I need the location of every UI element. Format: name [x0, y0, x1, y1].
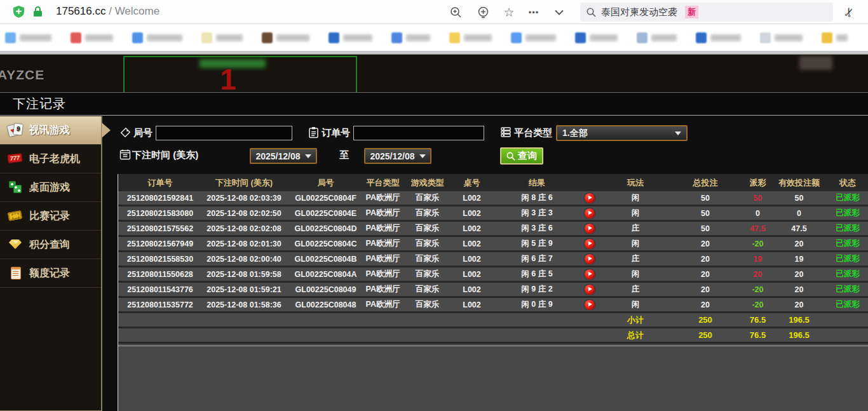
cell-valid: 20 [772, 239, 826, 248]
bet-time-filter-label: 下注时间 (美东) [132, 149, 198, 161]
result-text: 闲 6 庄 7 [489, 253, 585, 264]
more-options-icon[interactable]: ••• [526, 4, 541, 20]
result-text: 闲 3 庄 6 [489, 223, 585, 234]
play-video-button[interactable] [585, 300, 595, 310]
bookmark-item[interactable] [391, 32, 430, 43]
bookmark-item[interactable] [760, 32, 803, 43]
cell-time: 2025-12-08 02:00:40 [202, 255, 286, 264]
bookmark-blurred-label [343, 34, 372, 41]
scissors-icon[interactable]: ✂ [839, 3, 859, 22]
result-text: 闲 8 庄 6 [489, 192, 585, 203]
cell-total: 20 [667, 270, 743, 279]
play-video-button[interactable] [585, 269, 595, 280]
sidebar-item-icon [8, 266, 24, 281]
sidebar-item-label: 桌面游戏 [29, 181, 70, 194]
bookmark-item[interactable] [637, 32, 677, 43]
bookmark-item[interactable] [511, 32, 556, 43]
cell-play: 闲 [604, 208, 667, 219]
sidebar-item[interactable]: 积分查询 [0, 231, 101, 259]
summary-row: 小计 250 76.5 196.5 [118, 313, 868, 328]
dropdown-caret-icon [419, 154, 426, 158]
cell-total: 20 [667, 285, 743, 294]
play-video-button[interactable] [585, 239, 595, 249]
play-video-button[interactable] [585, 208, 595, 219]
sidebar-item[interactable]: 电子老虎机 [0, 145, 101, 173]
bookmark-star-icon[interactable]: ☆ [501, 4, 517, 20]
bookmark-favicon [696, 32, 707, 43]
cell-game: 百家乐 [400, 192, 454, 203]
col-header-table: 桌号 [454, 177, 489, 189]
sidebar-item[interactable]: 比赛记录 [0, 202, 101, 231]
play-video-button[interactable] [585, 224, 595, 234]
cell-valid: 0 [772, 209, 826, 218]
sidebar-item-label: 电子老虎机 [29, 152, 80, 166]
cell-order: 251208011543776 [118, 285, 202, 294]
summary-payout: 76.5 [743, 330, 772, 340]
cell-game: 百家乐 [400, 299, 454, 310]
bookmark-item[interactable] [822, 32, 848, 43]
lock-icon[interactable] [33, 6, 43, 17]
address-bar[interactable]: 175616.cc / Welcome [56, 5, 159, 18]
bookmark-item[interactable] [449, 32, 492, 43]
bookmark-blurred-label [406, 34, 430, 41]
cell-order: 251208021567949 [118, 239, 202, 248]
cell-platform: PA欧洲厅 [365, 299, 400, 310]
bookmark-item[interactable] [132, 32, 182, 43]
cell-play: 庄 [604, 253, 667, 264]
col-header-order: 订单号 [118, 177, 202, 189]
send-to-device-icon[interactable] [475, 4, 491, 20]
bookmark-blurred-label [147, 34, 182, 41]
play-video-button[interactable] [585, 254, 595, 264]
search-input[interactable]: 泰国对柬发动空袭 新 [580, 3, 833, 22]
bookmarks-bar [0, 25, 868, 51]
col-header-play: 玩法 [604, 177, 667, 189]
cell-game: 百家乐 [400, 284, 454, 295]
col-header-payout: 派彩 [743, 177, 772, 189]
cell-platform: PA欧洲厅 [365, 253, 400, 264]
bookmark-item[interactable] [329, 32, 372, 43]
platform-select[interactable]: 1.全部 [556, 125, 688, 141]
table-body: 251208021592841 2025-12-08 02:03:39 GL00… [118, 191, 868, 313]
cell-valid: 20 [772, 285, 826, 294]
sidebar-item[interactable]: 额度记录 [0, 259, 101, 288]
url-page: Welcome [115, 5, 160, 17]
browser-toolbar: 175616.cc / Welcome ☆ ••• 泰国对柬发动空袭 新 ✂ [0, 0, 868, 24]
bookmark-item[interactable] [262, 32, 309, 43]
play-video-button[interactable] [585, 193, 595, 203]
bookmark-item[interactable] [71, 32, 113, 43]
table-row: 251208011535772 2025-12-08 01:58:36 GL00… [118, 298, 868, 313]
date-from-select[interactable]: 2025/12/08 [250, 148, 317, 164]
date-to-select[interactable]: 2025/12/08 [364, 148, 431, 164]
col-header-result: 结果 [489, 177, 604, 189]
cell-platform: PA欧洲厅 [365, 223, 400, 234]
sidebar-item[interactable]: 视讯游戏 [0, 116, 101, 145]
table-big-number: 1 [220, 62, 236, 97]
round-filter-input[interactable] [156, 126, 292, 140]
col-header-round: 局号 [286, 177, 365, 189]
cell-platform: PA欧洲厅 [365, 238, 400, 249]
bookmark-blurred-label [216, 34, 243, 41]
cell-order: 251208011550628 [118, 270, 202, 279]
order-filter-input[interactable] [353, 126, 484, 140]
cell-game: 百家乐 [400, 223, 454, 234]
bookmark-item[interactable] [575, 32, 618, 43]
table-header-row: 订单号 下注时间 (美东) 局号 平台类型 游戏类型 桌号 结果 玩法 总投注 … [118, 174, 868, 191]
zoom-in-icon[interactable] [448, 4, 463, 20]
bookmark-item[interactable] [696, 32, 741, 43]
cell-order: 251208011535772 [118, 300, 202, 309]
security-shield-icon[interactable] [13, 6, 24, 18]
sidebar-item[interactable]: 桌面游戏 [0, 173, 101, 202]
query-button[interactable]: 查询 [500, 147, 543, 165]
modal-title: 下注记录 [0, 93, 868, 116]
col-header-status: 状态 [826, 177, 868, 189]
cell-valid: 20 [772, 300, 826, 309]
chevron-down-icon[interactable] [552, 4, 567, 20]
cell-order: 251208021558530 [118, 255, 202, 264]
bookmark-item[interactable] [201, 32, 243, 43]
new-badge: 新 [685, 6, 698, 18]
bookmark-item[interactable] [5, 32, 51, 43]
cell-total: 50 [667, 224, 743, 233]
play-video-button[interactable] [585, 285, 595, 295]
bookmark-favicon [201, 32, 212, 43]
bookmark-favicon [822, 32, 832, 43]
